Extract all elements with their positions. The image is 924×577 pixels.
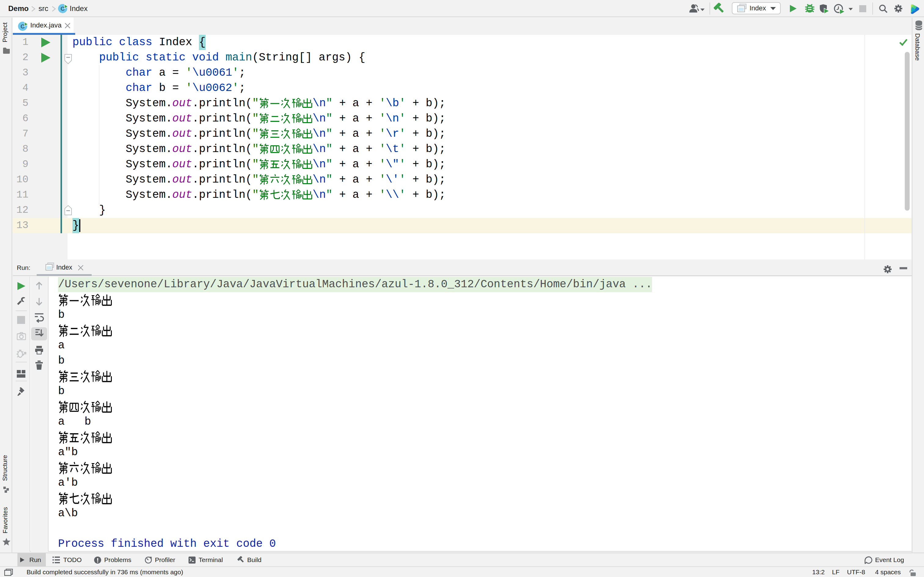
svg-text:C: C	[60, 5, 65, 12]
svg-text:C: C	[21, 23, 24, 30]
